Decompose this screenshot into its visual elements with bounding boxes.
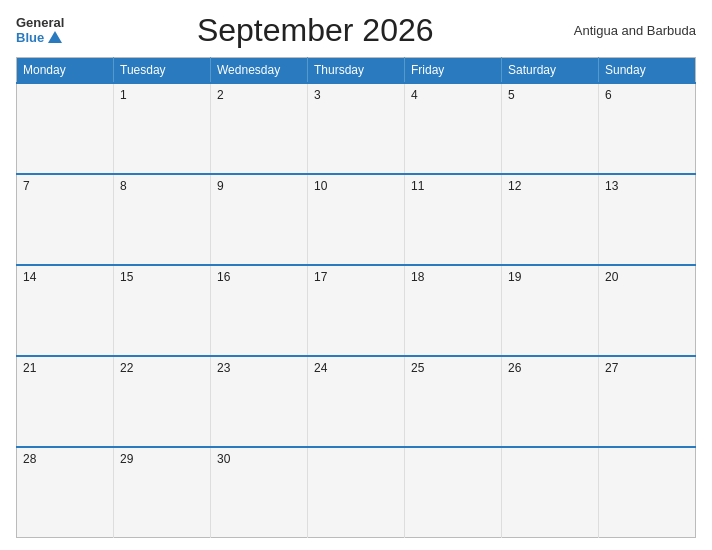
calendar-day-cell (599, 447, 696, 538)
calendar-day-cell: 30 (211, 447, 308, 538)
day-number: 9 (217, 179, 224, 193)
day-number: 26 (508, 361, 521, 375)
day-number: 3 (314, 88, 321, 102)
calendar-day-cell: 3 (308, 83, 405, 174)
col-friday: Friday (405, 58, 502, 84)
calendar-day-cell: 27 (599, 356, 696, 447)
calendar-day-cell: 23 (211, 356, 308, 447)
day-number: 2 (217, 88, 224, 102)
calendar-day-cell: 20 (599, 265, 696, 356)
logo: General Blue (16, 16, 64, 45)
calendar-week-row: 14151617181920 (17, 265, 696, 356)
day-number: 7 (23, 179, 30, 193)
calendar-day-cell: 16 (211, 265, 308, 356)
day-number: 14 (23, 270, 36, 284)
calendar-day-cell: 26 (502, 356, 599, 447)
day-number: 4 (411, 88, 418, 102)
day-number: 12 (508, 179, 521, 193)
calendar-page: General Blue September 2026 Antigua and … (0, 0, 712, 550)
calendar-day-cell: 11 (405, 174, 502, 265)
day-number: 21 (23, 361, 36, 375)
weekday-header-row: Monday Tuesday Wednesday Thursday Friday… (17, 58, 696, 84)
calendar-day-cell (17, 83, 114, 174)
day-number: 5 (508, 88, 515, 102)
day-number: 16 (217, 270, 230, 284)
day-number: 6 (605, 88, 612, 102)
col-tuesday: Tuesday (114, 58, 211, 84)
calendar-table: Monday Tuesday Wednesday Thursday Friday… (16, 57, 696, 538)
calendar-day-cell: 24 (308, 356, 405, 447)
calendar-title: September 2026 (64, 12, 566, 49)
calendar-day-cell: 2 (211, 83, 308, 174)
calendar-day-cell: 10 (308, 174, 405, 265)
calendar-day-cell: 13 (599, 174, 696, 265)
calendar-day-cell: 1 (114, 83, 211, 174)
calendar-day-cell: 17 (308, 265, 405, 356)
country-label: Antigua and Barbuda (566, 23, 696, 38)
calendar-week-row: 78910111213 (17, 174, 696, 265)
day-number: 1 (120, 88, 127, 102)
calendar-week-row: 21222324252627 (17, 356, 696, 447)
calendar-day-cell: 12 (502, 174, 599, 265)
calendar-day-cell: 8 (114, 174, 211, 265)
calendar-day-cell (405, 447, 502, 538)
calendar-day-cell: 25 (405, 356, 502, 447)
calendar-day-cell: 28 (17, 447, 114, 538)
calendar-day-cell: 6 (599, 83, 696, 174)
logo-triangle-icon (48, 31, 62, 43)
day-number: 15 (120, 270, 133, 284)
day-number: 11 (411, 179, 424, 193)
col-wednesday: Wednesday (211, 58, 308, 84)
day-number: 10 (314, 179, 327, 193)
calendar-day-cell: 7 (17, 174, 114, 265)
day-number: 30 (217, 452, 230, 466)
col-sunday: Sunday (599, 58, 696, 84)
col-monday: Monday (17, 58, 114, 84)
calendar-day-cell: 9 (211, 174, 308, 265)
calendar-day-cell: 4 (405, 83, 502, 174)
calendar-day-cell: 22 (114, 356, 211, 447)
day-number: 28 (23, 452, 36, 466)
calendar-day-cell: 15 (114, 265, 211, 356)
calendar-day-cell: 19 (502, 265, 599, 356)
calendar-day-cell: 5 (502, 83, 599, 174)
calendar-day-cell: 14 (17, 265, 114, 356)
logo-blue-text: Blue (16, 31, 62, 45)
calendar-week-row: 123456 (17, 83, 696, 174)
day-number: 8 (120, 179, 127, 193)
calendar-week-row: 282930 (17, 447, 696, 538)
logo-general-text: General (16, 16, 64, 30)
day-number: 29 (120, 452, 133, 466)
day-number: 22 (120, 361, 133, 375)
day-number: 13 (605, 179, 618, 193)
calendar-day-cell (502, 447, 599, 538)
header: General Blue September 2026 Antigua and … (16, 12, 696, 49)
day-number: 24 (314, 361, 327, 375)
day-number: 27 (605, 361, 618, 375)
day-number: 17 (314, 270, 327, 284)
col-saturday: Saturday (502, 58, 599, 84)
day-number: 18 (411, 270, 424, 284)
col-thursday: Thursday (308, 58, 405, 84)
calendar-day-cell (308, 447, 405, 538)
day-number: 25 (411, 361, 424, 375)
calendar-day-cell: 21 (17, 356, 114, 447)
calendar-day-cell: 18 (405, 265, 502, 356)
day-number: 19 (508, 270, 521, 284)
day-number: 20 (605, 270, 618, 284)
day-number: 23 (217, 361, 230, 375)
calendar-day-cell: 29 (114, 447, 211, 538)
